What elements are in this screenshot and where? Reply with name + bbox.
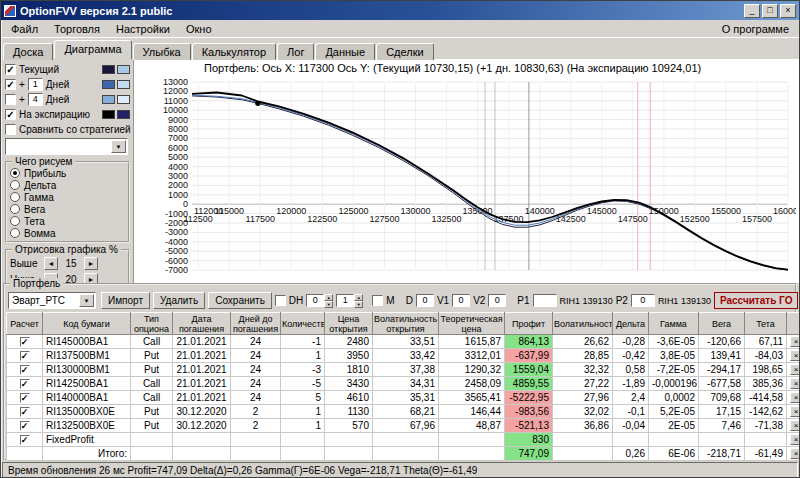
layer-checkbox[interactable]: ✓: [5, 64, 16, 75]
spin-down-icon[interactable]: ▼: [324, 301, 333, 308]
delete-row-button[interactable]: ×: [790, 392, 800, 403]
p1-field[interactable]: [533, 294, 557, 307]
delete-row-button[interactable]: ×: [790, 448, 800, 459]
radio-button[interactable]: [10, 228, 20, 238]
save-button[interactable]: Сохранить: [208, 292, 272, 309]
minimize-button[interactable]: _: [744, 4, 760, 18]
column-header[interactable]: [787, 313, 800, 335]
color-swatch[interactable]: [102, 95, 115, 104]
row-calc-checkbox[interactable]: ✓: [20, 435, 30, 445]
color-swatch[interactable]: [102, 80, 115, 89]
draw-option[interactable]: Тета: [10, 215, 125, 227]
delete-row-button[interactable]: ×: [790, 364, 800, 375]
import-button[interactable]: Импорт: [101, 292, 150, 309]
color-swatch[interactable]: [102, 110, 115, 119]
spin-up-icon[interactable]: ▲: [354, 294, 363, 301]
days-input[interactable]: 4: [28, 93, 43, 106]
calculate-margin-button[interactable]: Рассчитать ГО: [714, 292, 799, 309]
radio-button[interactable]: [10, 168, 20, 178]
row-calc-checkbox[interactable]: ✓: [20, 351, 30, 361]
menu-item[interactable]: Файл: [3, 22, 46, 36]
compare-strategy-checkbox[interactable]: [5, 124, 16, 135]
row-calc-checkbox[interactable]: ✓: [20, 379, 30, 389]
color-swatch[interactable]: [117, 110, 130, 119]
delete-row-button[interactable]: ×: [790, 350, 800, 361]
column-header[interactable]: Количество: [281, 313, 325, 335]
draw-option[interactable]: Гамма: [10, 191, 125, 203]
column-header[interactable]: Дней до погашения: [231, 313, 281, 335]
portfolio-select[interactable]: Эварт_РТС ▼: [8, 292, 96, 309]
v2-field[interactable]: 0: [488, 294, 506, 307]
delete-row-button[interactable]: ×: [790, 420, 800, 431]
column-header[interactable]: Тип опциона: [131, 313, 173, 335]
color-swatch[interactable]: [117, 65, 130, 74]
spin-up-icon[interactable]: ▲: [324, 294, 333, 301]
tab-item[interactable]: Диаграмма: [54, 40, 131, 59]
increase-below-button[interactable]: ►: [84, 273, 98, 284]
column-header[interactable]: Расчет: [7, 313, 43, 335]
row-calc-checkbox[interactable]: ✓: [20, 393, 30, 403]
column-header[interactable]: Волатильность открытия: [373, 313, 439, 335]
d-field[interactable]: 0: [416, 294, 434, 307]
dh-checkbox[interactable]: [275, 295, 286, 306]
menu-item[interactable]: Окно: [178, 22, 220, 36]
m-checkbox[interactable]: [372, 295, 383, 306]
draw-option[interactable]: Прибыль: [10, 167, 125, 179]
row-calc-checkbox[interactable]: ✓: [20, 337, 30, 347]
column-header[interactable]: Дата погашения: [173, 313, 231, 335]
tab-item[interactable]: Калькулятор: [192, 43, 276, 60]
column-header[interactable]: Гамма: [649, 313, 699, 335]
dh-value-1[interactable]: 0: [306, 294, 324, 307]
v1-field[interactable]: 0: [452, 294, 470, 307]
tab-item[interactable]: Лог: [277, 43, 314, 60]
strategy-select[interactable]: ▼: [5, 138, 128, 155]
increase-above-button[interactable]: ►: [84, 257, 98, 270]
menu-item[interactable]: Настройки: [108, 22, 178, 36]
color-swatch[interactable]: [102, 65, 115, 74]
row-calc-checkbox[interactable]: ✓: [20, 421, 30, 431]
tab-item[interactable]: Сделки: [376, 43, 434, 60]
column-header[interactable]: Теоретическая цена: [439, 313, 505, 335]
chevron-down-icon[interactable]: ▼: [111, 140, 126, 153]
delete-row-button[interactable]: ×: [790, 336, 800, 347]
column-header[interactable]: Цена открытия: [325, 313, 373, 335]
dh-value-2[interactable]: 1: [336, 294, 354, 307]
column-header[interactable]: Волатильность: [553, 313, 613, 335]
row-calc-checkbox[interactable]: ✓: [20, 365, 30, 375]
radio-button[interactable]: [10, 180, 20, 190]
menu-item[interactable]: Торговля: [46, 22, 108, 36]
radio-button[interactable]: [10, 216, 20, 226]
column-header[interactable]: Профит: [505, 313, 553, 335]
layer-checkbox[interactable]: ✓: [5, 79, 16, 90]
spin-down-icon[interactable]: ▼: [354, 301, 363, 308]
tab-item[interactable]: Доска: [3, 43, 53, 60]
delete-row-button[interactable]: ×: [790, 434, 800, 445]
tab-item[interactable]: Данные: [315, 43, 375, 60]
color-swatch[interactable]: [117, 95, 130, 104]
column-header[interactable]: Вега: [699, 313, 745, 335]
draw-option[interactable]: Вомма: [10, 227, 125, 239]
delete-row-button[interactable]: ×: [790, 406, 800, 417]
radio-button[interactable]: [10, 204, 20, 214]
chevron-down-icon[interactable]: ▼: [79, 294, 94, 307]
radio-button[interactable]: [10, 192, 20, 202]
profit-chart[interactable]: -7000-6000-5000-4000-3000-2000-100001000…: [134, 74, 796, 278]
draw-option[interactable]: Дельта: [10, 179, 125, 191]
delete-row-button[interactable]: ×: [790, 378, 800, 389]
decrease-above-button[interactable]: ◄: [44, 257, 58, 270]
maximize-button[interactable]: □: [762, 4, 778, 18]
delete-button[interactable]: Удалить: [153, 292, 205, 309]
tab-item[interactable]: Улыбка: [133, 43, 191, 60]
color-swatch[interactable]: [117, 80, 130, 89]
menu-about[interactable]: О программе: [714, 22, 797, 36]
column-header[interactable]: Тета: [745, 313, 787, 335]
layer-checkbox[interactable]: [5, 94, 16, 105]
column-header[interactable]: Дельта: [613, 313, 649, 335]
row-calc-checkbox[interactable]: ✓: [20, 407, 30, 417]
close-button[interactable]: ×: [780, 4, 796, 18]
draw-option[interactable]: Вега: [10, 203, 125, 215]
p2-field[interactable]: 0: [631, 294, 655, 307]
days-input[interactable]: 1: [28, 78, 43, 91]
column-header[interactable]: Код бумаги: [43, 313, 131, 335]
layer-checkbox[interactable]: ✓: [5, 109, 16, 120]
